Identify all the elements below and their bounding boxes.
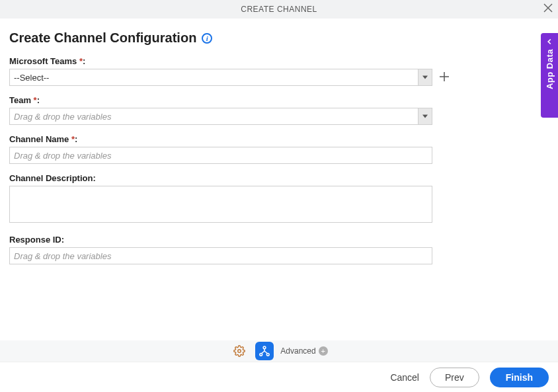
header-title: CREATE CHANNEL (241, 5, 317, 14)
channel-desc-input[interactable] (9, 186, 432, 223)
settings-button[interactable] (230, 342, 249, 360)
page-title: Create Channel Configuration (9, 30, 196, 46)
svg-point-6 (238, 350, 241, 353)
team-select-placeholder: Drag & drop the variables (9, 108, 418, 125)
svg-line-12 (264, 351, 268, 354)
team-label: Team *: (9, 95, 549, 105)
chevron-down-icon (422, 114, 428, 119)
plus-icon (439, 71, 450, 82)
team-select[interactable]: Drag & drop the variables (9, 108, 432, 125)
finish-button[interactable]: Finish (490, 368, 549, 387)
info-icon[interactable]: i (202, 33, 212, 44)
svg-point-7 (263, 346, 266, 349)
page-title-row: Create Channel Configuration i (9, 30, 549, 46)
cancel-button[interactable]: Cancel (390, 372, 419, 383)
advanced-label-text: Advanced (280, 346, 315, 356)
msteams-select[interactable]: --Select-- (9, 69, 432, 86)
chevron-down-icon (422, 75, 428, 80)
footer: Cancel Prev Finish (0, 362, 558, 392)
svg-marker-2 (422, 76, 428, 79)
plus-circle-icon: + (319, 346, 328, 356)
field-msteams: Microsoft Teams *: --Select-- (9, 56, 549, 86)
app-data-label: App Data (545, 49, 555, 89)
bottom-toolbar: Advanced + (0, 340, 558, 362)
field-response-id: Response ID: (9, 235, 549, 264)
field-channel-name: Channel Name *: (9, 134, 549, 164)
flow-button[interactable] (255, 342, 274, 360)
svg-line-11 (262, 351, 265, 354)
chevron-left-icon (545, 37, 554, 46)
channel-name-input[interactable] (9, 147, 432, 164)
header-bar: CREATE CHANNEL (0, 0, 558, 19)
content-area: Create Channel Configuration i Microsoft… (0, 19, 558, 264)
response-id-label: Response ID: (9, 235, 549, 245)
add-connection-button[interactable] (439, 70, 450, 85)
channel-desc-label: Channel Description: (9, 173, 549, 183)
prev-button[interactable]: Prev (430, 368, 479, 387)
msteams-caret[interactable] (418, 69, 432, 86)
gear-icon (233, 345, 245, 357)
channel-name-label: Channel Name *: (9, 134, 549, 144)
flow-icon (259, 345, 270, 357)
close-icon (543, 3, 553, 13)
field-channel-desc: Channel Description: (9, 173, 549, 225)
msteams-select-value: --Select-- (9, 69, 418, 86)
app-data-tab[interactable]: App Data (541, 33, 558, 118)
msteams-label: Microsoft Teams *: (9, 56, 549, 66)
team-caret[interactable] (418, 108, 432, 125)
svg-marker-5 (422, 115, 428, 118)
response-id-input[interactable] (9, 247, 432, 264)
field-team: Team *: Drag & drop the variables (9, 95, 549, 125)
close-button[interactable] (543, 3, 553, 15)
advanced-toggle[interactable]: Advanced + (280, 346, 327, 356)
